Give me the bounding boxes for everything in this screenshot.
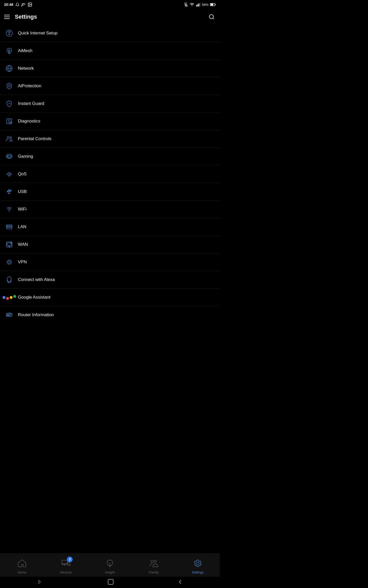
lan-label: LAN (18, 224, 26, 229)
svg-line-15 (213, 18, 214, 19)
menu-item-vpn[interactable]: VPN (0, 253, 220, 271)
app-bar-left: Settings (4, 14, 37, 20)
quick-internet-setup-label: Quick Internet Setup (18, 31, 57, 36)
menu-list: Quick Internet Setup AiMesh Network AiPr… (0, 24, 220, 324)
svg-rect-19 (8, 53, 10, 54)
menu-item-quick-internet-setup[interactable]: Quick Internet Setup (0, 24, 220, 42)
mute-icon (184, 3, 188, 7)
aimesh-label: AiMesh (18, 48, 32, 53)
menu-item-router-information[interactable]: Router Information (0, 306, 220, 324)
svg-rect-59 (8, 315, 9, 316)
network-icon (5, 64, 13, 72)
page-title: Settings (15, 14, 37, 20)
menu-item-usb[interactable]: USB (0, 183, 220, 201)
svg-rect-9 (198, 4, 199, 7)
time: 20:48 (4, 3, 13, 7)
svg-rect-41 (6, 225, 12, 229)
vpn-icon (5, 258, 13, 266)
vpn-label: VPN (18, 260, 27, 265)
svg-point-22 (8, 85, 10, 87)
wan-label: WAN (18, 242, 28, 247)
svg-rect-56 (6, 313, 12, 316)
svg-point-17 (9, 34, 10, 35)
svg-point-14 (209, 15, 213, 19)
hamburger-menu[interactable] (4, 15, 10, 19)
svg-rect-12 (215, 4, 216, 5)
cast-icon (21, 3, 26, 7)
svg-rect-43 (7, 227, 8, 227)
wifi-label: WiFi (18, 207, 27, 212)
svg-point-53 (8, 261, 10, 263)
gallery-icon (28, 2, 32, 7)
battery-percent: 56% (202, 3, 209, 7)
google-assistant-label: Google Assistant (18, 295, 51, 300)
menu-item-diagnostics[interactable]: Diagnostics (0, 113, 220, 130)
menu-item-network[interactable]: Network (0, 60, 220, 77)
instant-guard-label: Instant Guard (18, 101, 44, 106)
quick-internet-setup-icon (5, 29, 13, 37)
aimesh-icon (5, 47, 13, 55)
aiprotection-icon (5, 82, 13, 90)
menu-item-gaming[interactable]: Gaming (0, 148, 220, 165)
diagnostics-label: Diagnostics (18, 119, 40, 124)
svg-point-18 (8, 50, 10, 51)
svg-point-0 (21, 6, 22, 6)
usb-label: USB (18, 189, 27, 194)
parental-controls-label: Parental Controls (18, 136, 51, 141)
svg-rect-60 (9, 315, 10, 316)
wan-icon (5, 240, 13, 249)
notification-icon (15, 3, 19, 7)
menu-item-parental-controls[interactable]: Parental Controls (0, 130, 220, 148)
router-information-icon (5, 311, 13, 319)
svg-point-2 (29, 4, 29, 4)
battery-icon (210, 3, 216, 6)
settings-content: Quick Internet Setup AiMesh Network AiPr… (0, 24, 220, 358)
status-right: 56% (184, 2, 216, 7)
menu-item-google-assistant[interactable]: Google Assistant (0, 289, 220, 306)
status-bar: 20:48 56% (0, 0, 220, 9)
wifi-icon (5, 205, 13, 213)
svg-rect-7 (196, 5, 197, 7)
menu-item-lan[interactable]: LAN (0, 218, 220, 236)
search-button[interactable] (208, 13, 216, 21)
aiprotection-label: AiProtection (18, 83, 41, 89)
menu-item-aiprotection[interactable]: AiProtection (0, 77, 220, 95)
svg-point-37 (9, 175, 10, 176)
router-information-label: Router Information (18, 312, 54, 317)
gaming-icon (5, 152, 13, 161)
svg-rect-44 (9, 227, 10, 227)
menu-item-aimesh[interactable]: AiMesh (0, 42, 220, 60)
menu-item-qos[interactable]: QoS (0, 165, 220, 183)
menu-item-wifi[interactable]: WiFi (0, 201, 220, 218)
wifi-status-icon (190, 2, 194, 7)
signal-icon (196, 2, 200, 7)
google-assistant-icon (5, 293, 13, 301)
svg-rect-13 (211, 4, 213, 6)
qos-icon (5, 170, 13, 178)
usb-icon (5, 188, 13, 196)
menu-item-wan[interactable]: WAN (0, 236, 220, 253)
status-left: 20:48 (4, 2, 32, 7)
svg-point-16 (6, 30, 12, 36)
svg-point-36 (10, 156, 11, 157)
svg-rect-10 (200, 3, 200, 7)
network-label: Network (18, 66, 34, 71)
app-bar: Settings (0, 9, 220, 24)
parental-controls-icon (5, 135, 13, 143)
qos-label: QoS (18, 172, 27, 177)
svg-rect-8 (197, 4, 198, 7)
instant-guard-icon (5, 100, 13, 108)
menu-item-instant-guard[interactable]: Instant Guard (0, 95, 220, 113)
alexa-icon (5, 276, 13, 284)
gaming-label: Gaming (18, 154, 33, 159)
svg-rect-45 (10, 227, 12, 227)
diagnostics-icon (5, 117, 13, 125)
svg-point-31 (10, 137, 12, 138)
svg-point-30 (7, 137, 9, 139)
alexa-label: Connect with Alexa (18, 277, 55, 282)
svg-point-40 (9, 211, 10, 212)
lan-icon (5, 223, 13, 231)
svg-rect-58 (7, 315, 8, 316)
menu-item-alexa[interactable]: Connect with Alexa (0, 271, 220, 289)
